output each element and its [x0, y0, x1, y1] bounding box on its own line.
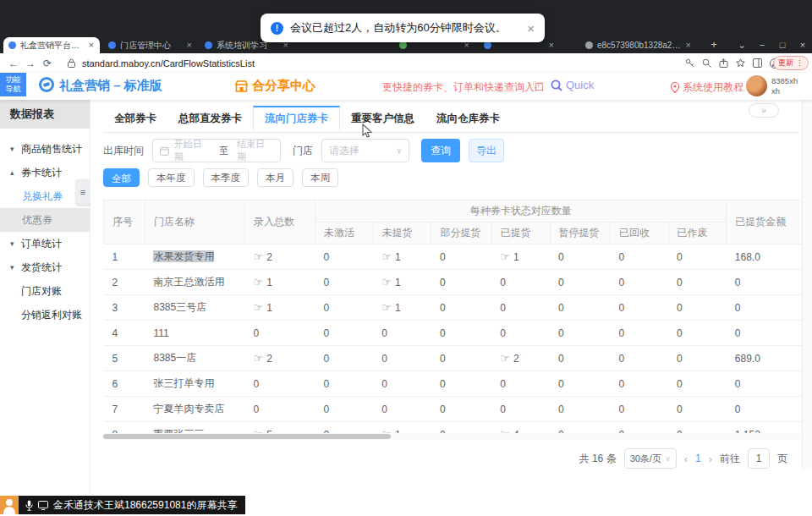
pointer-hand-icon: ☞: [532, 77, 543, 92]
expand-tabs-button[interactable]: »: [749, 103, 779, 118]
share-center-label: 合分享中心: [252, 78, 315, 94]
sidebar-item-订单统计[interactable]: ▾订单统计: [0, 232, 90, 255]
cell-已回收: 0: [610, 346, 668, 371]
card-count-link[interactable]: ☞1: [381, 251, 400, 263]
window-minimize-icon[interactable]: −: [754, 39, 770, 51]
sidebar-item-优惠券[interactable]: 优惠券: [0, 208, 90, 232]
toast-close-icon[interactable]: ×: [527, 22, 535, 35]
cell-录入总数[interactable]: ☞1: [244, 270, 315, 295]
tab-总部直发券卡[interactable]: 总部直发券卡: [167, 106, 253, 131]
reload-icon[interactable]: ⟳: [39, 58, 56, 69]
new-tab-button[interactable]: +: [707, 38, 721, 52]
cell-部分提货: 0: [431, 321, 491, 346]
card-count-link[interactable]: ☞2: [500, 353, 518, 365]
cell-录入总数[interactable]: ☞1: [244, 295, 315, 321]
tab-close-icon[interactable]: ×: [88, 41, 95, 50]
bookmark-star-icon[interactable]: [736, 58, 745, 68]
start-date-placeholder[interactable]: 开始日期: [174, 138, 211, 163]
store-select[interactable]: 请选择 ∨: [321, 139, 409, 162]
cell-部分提货: 0: [431, 371, 491, 397]
quick-range-全部[interactable]: 全部: [103, 168, 140, 187]
goto-label: 前往: [720, 452, 740, 466]
cell-已回收: 0: [610, 397, 668, 422]
browser-tab[interactable]: e8c573980b1328a258fd2e6×: [580, 37, 697, 53]
browser-tab[interactable]: 门店管理中心×: [103, 37, 198, 53]
quick-range-本季度[interactable]: 本季度: [203, 168, 250, 187]
next-page-icon[interactable]: ›: [709, 453, 712, 465]
cell-已回收: 0: [610, 422, 668, 434]
link-value: 1: [513, 251, 519, 263]
tab-重要客户信息[interactable]: 重要客户信息: [340, 106, 425, 131]
page-size-select[interactable]: 30条/页 ∨: [624, 448, 677, 469]
share-center-link[interactable]: 合分享中心: [235, 78, 315, 94]
search-button[interactable]: 查询: [421, 139, 460, 162]
promo-text: 更快捷的券卡、订单和快递查询入口: [382, 80, 545, 95]
page-number[interactable]: 1: [695, 453, 701, 464]
card-count-link[interactable]: ☞2: [253, 353, 272, 365]
function-nav-button[interactable]: 功能 导航: [0, 73, 26, 96]
date-range-input[interactable]: 开始日期 至 结束日期: [152, 139, 281, 162]
card-count-link[interactable]: ☞1: [381, 302, 400, 314]
horizontal-scrollbar[interactable]: [103, 433, 803, 440]
quick-search-link[interactable]: Quick: [551, 79, 594, 91]
vertical-scrollbar[interactable]: [802, 100, 812, 469]
forward-icon[interactable]: →: [22, 58, 39, 69]
window-close-icon[interactable]: ×: [795, 39, 810, 51]
sidebar-item-发货统计[interactable]: ▾发货统计: [0, 255, 90, 279]
cell-未提货[interactable]: ☞1: [373, 295, 431, 321]
scrollbar-thumb[interactable]: [103, 434, 391, 439]
key-icon[interactable]: [685, 58, 694, 68]
browser-update-button[interactable]: 更新 ⋮: [773, 56, 809, 70]
tab-close-icon[interactable]: ×: [186, 41, 193, 50]
content-tab-bar: 全部券卡总部直发券卡流向门店券卡重要客户信息流向仓库券卡: [103, 106, 798, 133]
tab-流向门店券卡[interactable]: 流向门店券卡: [253, 106, 340, 131]
store-select-placeholder: 请选择: [329, 144, 359, 158]
card-count-link[interactable]: ☞1: [253, 302, 272, 314]
cell-已提货[interactable]: ☞1: [491, 244, 550, 270]
tab-全部券卡[interactable]: 全部券卡: [103, 106, 167, 131]
cell-已提货[interactable]: ☞4: [491, 422, 550, 434]
url-text[interactable]: standard.maboy.cn/CardFlowStatisticsList: [82, 58, 255, 69]
cell-部分提货: 0: [431, 346, 491, 371]
end-date-placeholder[interactable]: 结束日期: [237, 138, 273, 163]
card-count-link[interactable]: ☞1: [253, 277, 272, 288]
lock-icon[interactable]: [68, 58, 75, 68]
tab-close-icon[interactable]: ×: [548, 41, 555, 50]
cell-录入总数[interactable]: ☞5: [244, 422, 315, 434]
cell-未提货[interactable]: ☞1: [373, 244, 431, 270]
cell-未提货[interactable]: ☞1: [373, 270, 431, 295]
quick-range-本年度[interactable]: 本年度: [148, 168, 195, 187]
zoom-icon[interactable]: [702, 58, 711, 68]
sidebar-item-门店对账[interactable]: 门店对账: [0, 279, 90, 303]
tutorial-link[interactable]: 系统使用教程: [671, 80, 743, 95]
window-menu-icon[interactable]: ⌄: [734, 39, 749, 51]
tab-流向仓库券卡[interactable]: 流向仓库券卡: [425, 106, 511, 131]
tab-close-icon[interactable]: ×: [685, 41, 692, 50]
sidebar-item-分销返利对账[interactable]: 分销返利对账: [0, 303, 90, 327]
back-icon[interactable]: ←: [5, 58, 22, 69]
quick-range-本月[interactable]: 本月: [257, 168, 294, 187]
cell-录入总数[interactable]: ☞2: [244, 346, 315, 371]
sidebar-collapse-handle[interactable]: ≡: [75, 179, 91, 205]
goto-page-input[interactable]: 1: [748, 448, 770, 469]
time-filter-label: 出库时间: [103, 144, 144, 158]
window-maximize-icon[interactable]: □: [775, 39, 790, 51]
prev-page-icon[interactable]: ‹: [684, 453, 688, 465]
cell-录入总数[interactable]: ☞2: [244, 244, 315, 270]
card-count-link[interactable]: ☞1: [500, 251, 518, 263]
cell-已提货[interactable]: ☞2: [491, 346, 550, 371]
cell-暂停提货: 0: [550, 295, 610, 321]
side-panel-icon[interactable]: [753, 58, 762, 68]
cell-已回收: 0: [610, 321, 668, 346]
sidebar-item-商品销售统计[interactable]: ▾商品销售统计: [0, 137, 90, 161]
column-header-已作废: 已作废: [668, 222, 727, 244]
share-icon[interactable]: [719, 58, 728, 68]
cell-未提货[interactable]: ☞1: [373, 422, 431, 434]
card-count-link[interactable]: ☞2: [253, 251, 272, 263]
export-button[interactable]: 导出: [469, 139, 504, 162]
user-avatar[interactable]: [746, 75, 767, 96]
column-header-门店名称: 门店名称: [145, 200, 244, 244]
quick-range-本周[interactable]: 本周: [302, 168, 338, 187]
card-count-link[interactable]: ☞1: [381, 277, 400, 288]
browser-tab[interactable]: 礼盒营销平台管理中心×: [3, 37, 100, 53]
